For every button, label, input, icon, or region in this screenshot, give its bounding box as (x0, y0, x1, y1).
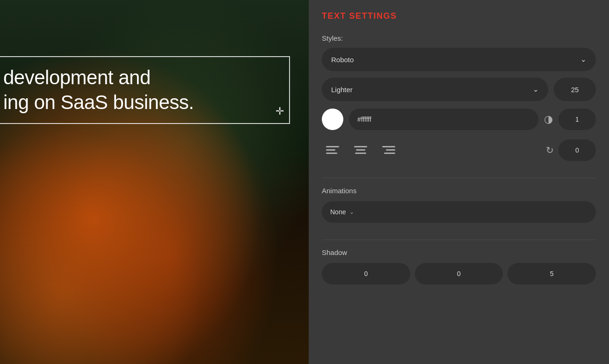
svg-rect-0 (326, 146, 339, 147)
animation-chevron-icon: ⌄ (349, 209, 354, 215)
font-weight-chevron-icon: ⌄ (533, 85, 539, 94)
svg-rect-8 (384, 153, 395, 154)
shadow-y-value: 0 (457, 270, 461, 277)
svg-rect-7 (386, 149, 395, 151)
divider-2 (322, 240, 596, 240)
opacity-icon: ◑ (544, 113, 553, 125)
font-size-value: 25 (571, 86, 579, 94)
text-line-2: ing on SaaS business. (3, 90, 280, 115)
shadow-blur-input[interactable]: 5 (507, 263, 596, 284)
color-row: #ffffff ◑ 1 (322, 109, 596, 130)
align-right-button[interactable] (378, 139, 399, 161)
opacity-input[interactable]: 1 (558, 109, 596, 130)
svg-rect-1 (326, 149, 335, 151)
font-family-chevron-icon: ⌄ (580, 55, 587, 64)
settings-panel: TEXT SETTINGS Styles: Roboto ⌄ Lighter ⌄… (309, 0, 609, 364)
svg-rect-2 (326, 153, 337, 154)
animations-label: Animations (322, 187, 596, 195)
shadow-x-value: 0 (364, 270, 368, 277)
shadow-inputs-row: 0 0 5 (322, 263, 596, 284)
color-hex-input[interactable]: #ffffff (349, 109, 538, 130)
panel-title: TEXT SETTINGS (322, 11, 596, 21)
canvas-area: development and ing on SaaS business. ✛ (0, 0, 309, 364)
move-cursor-icon[interactable]: ✛ (276, 105, 284, 118)
font-family-value: Roboto (331, 56, 354, 64)
font-family-dropdown[interactable]: Roboto ⌄ (322, 48, 596, 71)
divider-1 (322, 178, 596, 178)
shadow-blur-value: 5 (550, 270, 554, 277)
align-left-icon (326, 145, 339, 155)
svg-rect-4 (356, 149, 365, 151)
shadow-label: Shadow (322, 248, 596, 256)
color-hex-value: #ffffff (357, 116, 371, 123)
rotate-input[interactable]: 0 (558, 139, 596, 161)
align-center-icon (354, 145, 367, 155)
rotate-icon[interactable]: ↻ (546, 145, 554, 156)
canvas-background (0, 0, 309, 364)
font-weight-dropdown[interactable]: Lighter ⌄ (322, 78, 548, 101)
animation-dropdown[interactable]: None ⌄ (322, 201, 596, 223)
text-overlay-box[interactable]: development and ing on SaaS business. ✛ (0, 56, 290, 124)
color-swatch[interactable] (322, 109, 343, 130)
shadow-y-input[interactable]: 0 (415, 263, 503, 284)
opacity-value: 1 (575, 116, 579, 123)
font-size-input[interactable]: 25 (554, 78, 596, 101)
rotate-section: ↻ 0 (546, 139, 596, 161)
alignment-buttons (322, 139, 546, 161)
align-center-button[interactable] (350, 139, 371, 161)
svg-rect-5 (355, 153, 366, 154)
text-line-1: development and (3, 66, 280, 90)
rotate-value: 0 (575, 146, 579, 154)
svg-rect-3 (354, 146, 367, 147)
shadow-x-input[interactable]: 0 (322, 263, 410, 284)
align-right-icon (382, 145, 395, 155)
align-rotate-row: ↻ 0 (322, 139, 596, 161)
font-weight-value: Lighter (331, 86, 353, 94)
align-left-button[interactable] (322, 139, 343, 161)
animation-value: None (330, 208, 346, 216)
svg-rect-6 (382, 146, 395, 147)
weight-size-row: Lighter ⌄ 25 (322, 78, 596, 101)
styles-label: Styles: (322, 34, 596, 42)
